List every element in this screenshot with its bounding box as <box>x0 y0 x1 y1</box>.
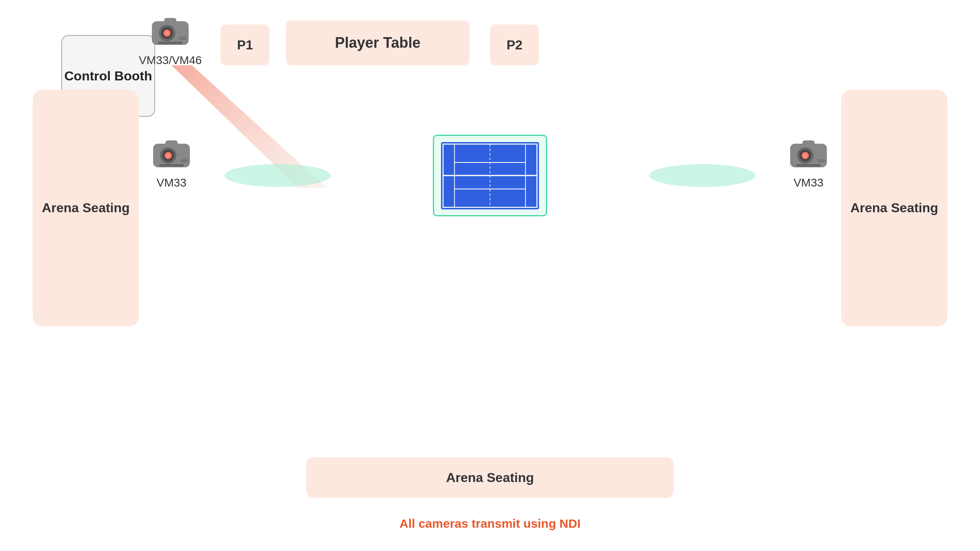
svg-rect-25 <box>796 164 821 167</box>
p2-box: P2 <box>490 24 539 65</box>
camera-top: VM33/VM46 <box>139 12 202 67</box>
svg-rect-7 <box>164 18 176 24</box>
arena-right-label: Arena Seating <box>850 200 938 217</box>
camera-right: VM33 <box>784 135 833 189</box>
arena-seating-right: Arena Seating <box>841 90 947 327</box>
player-table-box: Player Table <box>286 20 470 65</box>
camera-right-label: VM33 <box>793 176 823 189</box>
diagram-container: Control Booth VM33/VM46 <box>0 0 980 551</box>
p1-box: P1 <box>220 24 270 65</box>
arena-seating-left: Arena Seating <box>33 90 139 327</box>
control-booth-label: Control Booth <box>64 68 152 84</box>
svg-point-23 <box>803 153 807 158</box>
arena-bottom-label: Arena Seating <box>446 470 534 485</box>
arena-left-label: Arena Seating <box>42 200 129 217</box>
player-table-label: Player Table <box>335 34 420 51</box>
p2-label: P2 <box>506 38 522 53</box>
svg-rect-18 <box>165 140 178 146</box>
svg-rect-17 <box>159 164 184 167</box>
svg-rect-26 <box>802 140 815 146</box>
svg-rect-6 <box>158 42 183 44</box>
svg-rect-16 <box>180 159 188 162</box>
p1-label: P1 <box>237 38 253 53</box>
camera-left-label: VM33 <box>156 176 186 189</box>
camera-top-icon <box>146 12 195 51</box>
tennis-court <box>433 135 547 216</box>
svg-point-4 <box>165 31 169 35</box>
ndi-text: All cameras transmit using NDI <box>399 517 580 531</box>
svg-rect-24 <box>817 159 825 162</box>
camera-left-icon <box>147 135 196 173</box>
camera-left: VM33 <box>147 135 196 189</box>
svg-point-15 <box>166 153 170 158</box>
arena-seating-bottom: Arena Seating <box>306 457 674 498</box>
ndi-label: All cameras transmit using NDI <box>399 517 580 530</box>
svg-point-9 <box>225 164 331 187</box>
camera-right-icon <box>784 135 833 173</box>
court-svg <box>439 140 541 211</box>
camera-top-label: VM33/VM46 <box>139 54 202 67</box>
svg-point-10 <box>649 164 755 187</box>
svg-rect-5 <box>179 37 187 40</box>
